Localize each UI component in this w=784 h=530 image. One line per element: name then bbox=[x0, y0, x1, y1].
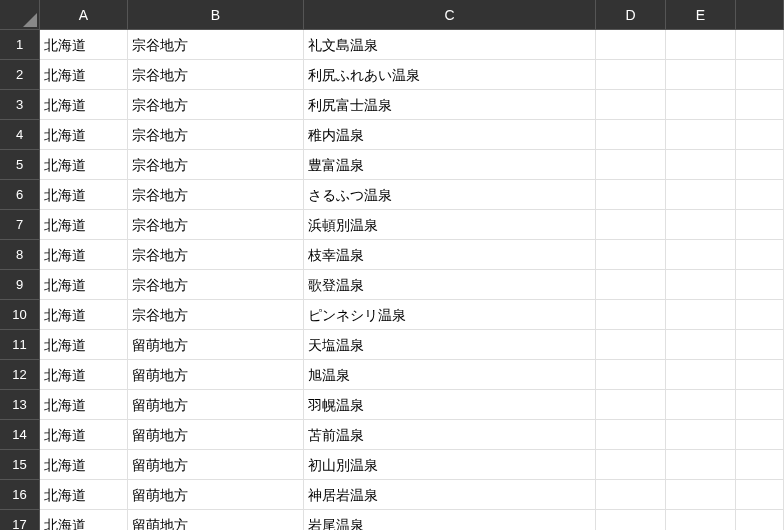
cell[interactable]: 留萌地方 bbox=[128, 480, 304, 510]
cell[interactable]: 利尻富士温泉 bbox=[304, 90, 596, 120]
cell[interactable] bbox=[596, 30, 666, 60]
row-header[interactable]: 16 bbox=[0, 480, 40, 510]
column-header[interactable]: A bbox=[40, 0, 128, 30]
row-header[interactable]: 11 bbox=[0, 330, 40, 360]
cell[interactable] bbox=[666, 330, 736, 360]
cell[interactable]: 宗谷地方 bbox=[128, 300, 304, 330]
cell[interactable]: 北海道 bbox=[40, 480, 128, 510]
cell[interactable]: 留萌地方 bbox=[128, 510, 304, 530]
cell[interactable] bbox=[596, 60, 666, 90]
row-header[interactable]: 14 bbox=[0, 420, 40, 450]
cell[interactable] bbox=[736, 480, 784, 510]
cell[interactable]: 宗谷地方 bbox=[128, 180, 304, 210]
cell[interactable] bbox=[736, 150, 784, 180]
cell[interactable]: さるふつ温泉 bbox=[304, 180, 596, 210]
cell[interactable]: 宗谷地方 bbox=[128, 240, 304, 270]
row-header[interactable]: 15 bbox=[0, 450, 40, 480]
cell[interactable]: 北海道 bbox=[40, 90, 128, 120]
row-header[interactable]: 4 bbox=[0, 120, 40, 150]
cell[interactable]: 留萌地方 bbox=[128, 360, 304, 390]
cell[interactable]: 宗谷地方 bbox=[128, 30, 304, 60]
cell[interactable] bbox=[666, 420, 736, 450]
cell[interactable]: 宗谷地方 bbox=[128, 90, 304, 120]
row-header[interactable]: 1 bbox=[0, 30, 40, 60]
cell[interactable] bbox=[736, 450, 784, 480]
cell[interactable]: 北海道 bbox=[40, 450, 128, 480]
cell[interactable] bbox=[736, 510, 784, 530]
cell[interactable] bbox=[596, 450, 666, 480]
cell[interactable] bbox=[666, 360, 736, 390]
cell[interactable] bbox=[596, 330, 666, 360]
cell[interactable] bbox=[596, 510, 666, 530]
cell[interactable]: 北海道 bbox=[40, 510, 128, 530]
cell[interactable]: 宗谷地方 bbox=[128, 120, 304, 150]
cell[interactable]: 宗谷地方 bbox=[128, 150, 304, 180]
cell[interactable] bbox=[666, 450, 736, 480]
cell[interactable]: 北海道 bbox=[40, 210, 128, 240]
spreadsheet-grid[interactable]: ABCDE1北海道宗谷地方礼文島温泉2北海道宗谷地方利尻ふれあい温泉3北海道宗谷… bbox=[0, 0, 784, 530]
cell[interactable]: 北海道 bbox=[40, 360, 128, 390]
column-header[interactable]: C bbox=[304, 0, 596, 30]
cell[interactable]: 歌登温泉 bbox=[304, 270, 596, 300]
cell[interactable] bbox=[736, 30, 784, 60]
cell[interactable] bbox=[666, 210, 736, 240]
cell[interactable]: 礼文島温泉 bbox=[304, 30, 596, 60]
cell[interactable] bbox=[736, 60, 784, 90]
cell[interactable] bbox=[596, 120, 666, 150]
cell[interactable]: 豊富温泉 bbox=[304, 150, 596, 180]
cell[interactable]: 苫前温泉 bbox=[304, 420, 596, 450]
cell[interactable]: 稚内温泉 bbox=[304, 120, 596, 150]
row-header[interactable]: 9 bbox=[0, 270, 40, 300]
cell[interactable]: 北海道 bbox=[40, 150, 128, 180]
cell[interactable]: 北海道 bbox=[40, 120, 128, 150]
column-header[interactable]: B bbox=[128, 0, 304, 30]
cell[interactable] bbox=[596, 420, 666, 450]
cell[interactable] bbox=[666, 90, 736, 120]
cell[interactable] bbox=[666, 300, 736, 330]
cell[interactable]: 北海道 bbox=[40, 300, 128, 330]
cell[interactable]: ピンネシリ温泉 bbox=[304, 300, 596, 330]
cell[interactable] bbox=[596, 480, 666, 510]
row-header[interactable]: 7 bbox=[0, 210, 40, 240]
cell[interactable] bbox=[736, 300, 784, 330]
row-header[interactable]: 17 bbox=[0, 510, 40, 530]
row-header[interactable]: 13 bbox=[0, 390, 40, 420]
cell[interactable]: 天塩温泉 bbox=[304, 330, 596, 360]
cell[interactable] bbox=[736, 90, 784, 120]
column-header[interactable]: D bbox=[596, 0, 666, 30]
cell[interactable]: 留萌地方 bbox=[128, 420, 304, 450]
cell[interactable] bbox=[666, 390, 736, 420]
cell[interactable]: 北海道 bbox=[40, 420, 128, 450]
select-all-corner[interactable] bbox=[0, 0, 40, 30]
cell[interactable] bbox=[596, 270, 666, 300]
cell[interactable]: 神居岩温泉 bbox=[304, 480, 596, 510]
row-header[interactable]: 2 bbox=[0, 60, 40, 90]
cell[interactable] bbox=[596, 240, 666, 270]
cell[interactable] bbox=[736, 180, 784, 210]
cell[interactable] bbox=[596, 300, 666, 330]
cell[interactable]: 初山別温泉 bbox=[304, 450, 596, 480]
cell[interactable] bbox=[666, 480, 736, 510]
column-header[interactable] bbox=[736, 0, 784, 30]
cell[interactable]: 留萌地方 bbox=[128, 450, 304, 480]
cell[interactable]: 北海道 bbox=[40, 180, 128, 210]
cell[interactable] bbox=[666, 240, 736, 270]
cell[interactable]: 宗谷地方 bbox=[128, 210, 304, 240]
cell[interactable] bbox=[596, 90, 666, 120]
cell[interactable] bbox=[666, 180, 736, 210]
cell[interactable]: 利尻ふれあい温泉 bbox=[304, 60, 596, 90]
cell[interactable]: 宗谷地方 bbox=[128, 60, 304, 90]
cell[interactable] bbox=[736, 210, 784, 240]
cell[interactable]: 枝幸温泉 bbox=[304, 240, 596, 270]
cell[interactable]: 北海道 bbox=[40, 60, 128, 90]
cell[interactable]: 北海道 bbox=[40, 390, 128, 420]
cell[interactable] bbox=[736, 120, 784, 150]
cell[interactable]: 北海道 bbox=[40, 30, 128, 60]
cell[interactable]: 留萌地方 bbox=[128, 390, 304, 420]
cell[interactable]: 岩尾温泉 bbox=[304, 510, 596, 530]
row-header[interactable]: 10 bbox=[0, 300, 40, 330]
cell[interactable] bbox=[666, 150, 736, 180]
cell[interactable]: 北海道 bbox=[40, 330, 128, 360]
cell[interactable]: 北海道 bbox=[40, 240, 128, 270]
cell[interactable] bbox=[596, 210, 666, 240]
